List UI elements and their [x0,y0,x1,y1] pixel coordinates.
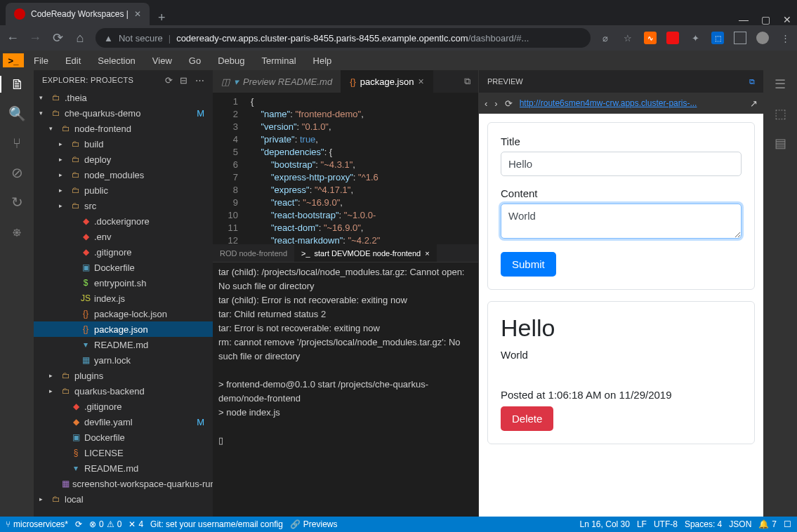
sync-status-icon[interactable]: ⟳ [75,519,82,529]
tree-item[interactable]: ▸🗀build [34,136,213,152]
tree-item[interactable]: ▾🗀node-frontend [34,121,213,136]
tree-item[interactable]: {}package.json [34,321,213,337]
star-icon[interactable]: ☆ [621,32,634,44]
title-input[interactable] [501,152,742,176]
explorer-icon[interactable]: 🗎 [0,76,34,93]
tree-item[interactable]: ▣Dockerfile [34,260,213,275]
tree-item[interactable]: ▾🗀che-quarkus-demoM [34,105,213,121]
tree-item[interactable]: ◆.env [34,229,213,244]
tree-item[interactable]: {}package-lock.json [34,306,213,321]
preview-forward-icon[interactable]: › [494,98,497,109]
menu-view[interactable]: View [145,53,179,69]
delete-button[interactable]: Delete [501,406,553,431]
preview-iframe[interactable]: Title Content Submit Hello World Posted … [479,114,763,517]
git-branch[interactable]: ⑂ microservices* [6,519,68,529]
tree-item[interactable]: ▸🗀quarkus-backend [34,383,213,399]
new-tab-button[interactable]: + [150,11,174,25]
browser-tab[interactable]: CodeReady Workspaces | ✕ [6,3,150,25]
cursor-position[interactable]: Ln 16, Col 30 [580,519,630,529]
git-icon[interactable]: ⑂ [8,135,25,152]
key-icon[interactable]: ⌀ [599,32,612,44]
tree-item[interactable]: ◆devfile.yamlM [34,414,213,430]
tree-item[interactable]: ▾README.md [34,460,213,476]
tree-item[interactable]: ◆.dockerignore [34,213,213,229]
code-content[interactable]: { "name": "frontend-demo", "version": "0… [245,93,478,244]
tree-item[interactable]: $entrypoint.sh [34,275,213,291]
profile-avatar[interactable] [756,32,769,44]
extension-blue-icon[interactable]: ⬚ [711,32,724,44]
encoding[interactable]: UTF-8 [654,519,678,529]
terminal-tab[interactable]: ROD node-frontend [213,244,294,262]
preview-url[interactable]: http://route6smen4mw-crw.apps.cluster-pa… [520,98,743,108]
close-tab-icon[interactable]: ✕ [134,9,141,19]
tree-item[interactable]: JSindex.js [34,291,213,306]
tree-item[interactable]: ▸🗀local [34,491,213,507]
more-icon[interactable]: ⋯ [195,75,204,86]
editor-tab[interactable]: ◫▾Preview README.md [213,70,341,93]
terminal-output[interactable]: tar (child): /projects/local/node_module… [213,262,478,517]
git-config-msg[interactable]: Git: set your username/email config [150,519,283,529]
box-icon[interactable]: ⬚ [772,105,789,122]
language-mode[interactable]: JSON [729,519,751,529]
preview-back-icon[interactable]: ‹ [485,98,487,109]
menu-terminal[interactable]: Terminal [254,53,303,69]
split-editor-icon[interactable]: ⧉ [456,70,478,93]
forward-button[interactable]: → [28,31,42,46]
tree-item[interactable]: ▸🗀plugins [34,368,213,383]
submit-button[interactable]: Submit [501,252,556,277]
terminal-tab[interactable]: >_start DEVMODE node-frontend× [294,244,437,262]
tree-item[interactable]: ▸🗀src [34,198,213,213]
reload-button[interactable]: ⟳ [51,30,65,46]
extension-box-icon[interactable] [734,32,746,44]
back-button[interactable]: ← [6,31,20,46]
debug-icon[interactable]: ⊘ [8,164,25,181]
tree-item[interactable]: ▸🗀deploy [34,152,213,167]
collapse-icon[interactable]: ⊟ [180,75,187,86]
indent[interactable]: Spaces: 4 [685,519,722,529]
editor-tab[interactable]: {}package.json× [341,70,433,93]
refresh-icon[interactable]: ⟳ [165,75,173,86]
chrome-menu-icon[interactable]: ⋮ [779,32,791,44]
outline-icon[interactable]: ☰ [772,76,789,93]
tree-item[interactable]: ▦screenshot-workspace-quarkus-run [34,476,213,491]
preview-open-icon[interactable]: ↗ [750,98,758,109]
kubernetes-icon[interactable]: ⎈ [8,223,25,240]
file-tree[interactable]: ▾🗀.theia▾🗀che-quarkus-demoM▾🗀node-fronte… [34,90,213,517]
code-editor[interactable]: 123456789101112 { "name": "frontend-demo… [213,93,478,244]
menu-edit[interactable]: Edit [58,53,88,69]
rss-icon[interactable]: ∿ [644,32,657,44]
extension-red-icon[interactable] [666,32,679,44]
feedback-icon[interactable]: ☐ [784,519,791,529]
address-bar[interactable]: ▲ Not secure | codeready-crw.apps.cluste… [95,28,591,48]
sync-icon[interactable]: ↻ [8,194,25,211]
minimap[interactable] [460,93,478,244]
tree-item[interactable]: ◆.gitignore [34,244,213,260]
panel-icon[interactable]: ▤ [772,135,789,152]
content-textarea[interactable] [501,204,742,239]
tree-item[interactable]: ▸🗀node_modules [34,167,213,182]
menu-go[interactable]: Go [182,53,208,69]
tree-item[interactable]: ▣Dockerfile [34,430,213,445]
close-terminal-icon[interactable]: × [425,249,429,258]
tree-item[interactable]: ◆.gitignore [34,399,213,414]
tree-item[interactable]: ▸🗀public [34,182,213,198]
forks[interactable]: ✕ 4 [129,519,143,529]
menu-help[interactable]: Help [306,53,339,69]
eol[interactable]: LF [637,519,647,529]
problems[interactable]: ⊗ 0 ⚠ 0 [89,519,121,529]
menu-selection[interactable]: Selection [91,53,142,69]
tree-item[interactable]: ▾🗀.theia [34,90,213,105]
menu-debug[interactable]: Debug [211,53,251,69]
notifications-icon[interactable]: 🔔 7 [758,519,777,529]
tree-item[interactable]: §LICENSE [34,445,213,460]
maximize-icon[interactable]: ▢ [761,14,770,25]
tree-item[interactable]: ▾README.md [34,337,213,352]
extension-icon[interactable]: ✦ [689,32,702,44]
close-tab-icon[interactable]: × [418,76,423,87]
preview-reload-icon[interactable]: ⟳ [505,98,513,109]
command-key-icon[interactable]: >_ [3,53,24,67]
previews-link[interactable]: 🔗 Previews [290,519,338,529]
close-window-icon[interactable]: ✕ [783,14,791,25]
menu-file[interactable]: File [27,53,55,69]
home-button[interactable]: ⌂ [73,31,87,46]
